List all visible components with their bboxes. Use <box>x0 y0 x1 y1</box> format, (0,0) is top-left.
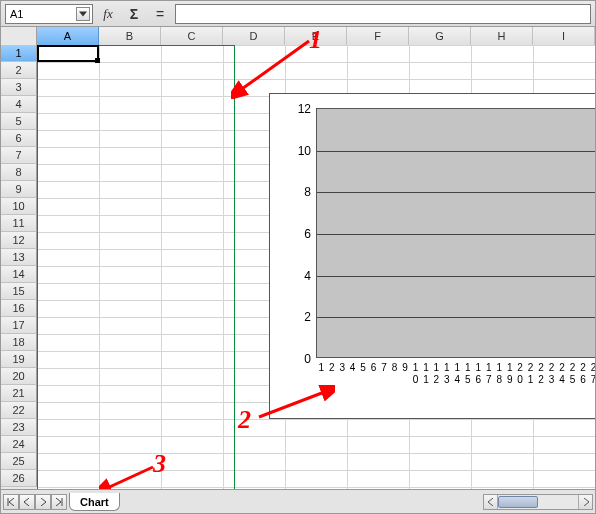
x-tick-label: 9 <box>504 374 514 385</box>
equals-icon[interactable]: = <box>149 4 171 24</box>
sum-icon[interactable]: Σ <box>123 4 145 24</box>
cells-area[interactable]: 024681012 123456789111111111122222222223… <box>37 45 595 489</box>
row-header[interactable]: 4 <box>1 96 37 113</box>
x-tick-label: 7 <box>379 362 389 373</box>
x-tick-label: 1 <box>525 374 535 385</box>
x-tick-label: 7 <box>588 374 595 385</box>
column-header[interactable]: F <box>347 27 409 45</box>
last-sheet-button[interactable] <box>51 494 67 510</box>
x-tick-label: 1 <box>410 362 420 373</box>
x-tick-label: 5 <box>463 374 473 385</box>
next-sheet-button[interactable] <box>35 494 51 510</box>
x-tick-label: 1 <box>494 362 504 373</box>
fill-handle[interactable] <box>95 58 100 63</box>
x-tick-label: 1 <box>421 374 431 385</box>
row-header[interactable]: 12 <box>1 232 37 249</box>
row-header[interactable]: 20 <box>1 368 37 385</box>
row-header[interactable]: 3 <box>1 79 37 96</box>
row-header[interactable]: 7 <box>1 147 37 164</box>
row-header[interactable]: 6 <box>1 130 37 147</box>
x-tick-label <box>368 374 378 385</box>
row-header[interactable]: 15 <box>1 283 37 300</box>
function-wizard-icon[interactable]: fx <box>97 4 119 24</box>
x-tick-label: 1 <box>473 362 483 373</box>
column-headers: ABCDEFGHI <box>1 27 595 45</box>
x-tick-label: 1 <box>484 362 494 373</box>
column-header[interactable]: D <box>223 27 285 45</box>
row-header[interactable]: 26 <box>1 470 37 487</box>
column-header[interactable]: C <box>161 27 223 45</box>
first-sheet-button[interactable] <box>3 494 19 510</box>
x-tick-label: 1 <box>431 362 441 373</box>
x-tick-label <box>358 374 368 385</box>
row-header[interactable]: 17 <box>1 317 37 334</box>
select-all-corner[interactable] <box>1 27 37 45</box>
x-tick-label: 8 <box>389 362 399 373</box>
x-tick-label: 4 <box>347 362 357 373</box>
scrollbar-thumb[interactable] <box>498 496 538 508</box>
y-tick-label: 12 <box>298 102 311 116</box>
x-tick-label: 1 <box>463 362 473 373</box>
row-header[interactable]: 5 <box>1 113 37 130</box>
x-tick-label <box>326 374 336 385</box>
x-tick-label: 2 <box>578 362 588 373</box>
embedded-chart[interactable]: 024681012 123456789111111111122222222223… <box>269 93 595 419</box>
name-box-dropdown[interactable] <box>76 7 90 21</box>
y-tick-label: 8 <box>304 185 311 199</box>
x-tick-label: 2 <box>431 374 441 385</box>
row-header[interactable]: 24 <box>1 436 37 453</box>
column-header[interactable]: A <box>37 27 99 45</box>
x-tick-label: 2 <box>588 362 595 373</box>
row-header[interactable]: 23 <box>1 419 37 436</box>
x-tick-label: 1 <box>442 362 452 373</box>
scroll-left-button[interactable] <box>484 495 498 509</box>
y-tick-label: 2 <box>304 310 311 324</box>
horizontal-scrollbar[interactable] <box>483 494 593 510</box>
row-header[interactable]: 14 <box>1 266 37 283</box>
name-box[interactable]: A1 <box>5 4 93 24</box>
column-header[interactable]: H <box>471 27 533 45</box>
row-header[interactable]: 9 <box>1 181 37 198</box>
row-header[interactable]: 13 <box>1 249 37 266</box>
x-tick-label: 1 <box>452 362 462 373</box>
chart-source-range-outline <box>37 45 235 489</box>
x-tick-label: 6 <box>368 362 378 373</box>
x-tick-label <box>400 374 410 385</box>
row-header[interactable]: 19 <box>1 351 37 368</box>
column-header[interactable]: I <box>533 27 595 45</box>
row-header[interactable]: 22 <box>1 402 37 419</box>
sheet-tab-bar: Chart <box>1 489 595 513</box>
row-header[interactable]: 1 <box>1 45 37 62</box>
x-tick-label <box>389 374 399 385</box>
row-header[interactable]: 18 <box>1 334 37 351</box>
x-tick-label: 1 <box>421 362 431 373</box>
x-tick-label: 0 <box>410 374 420 385</box>
row-header[interactable]: 2 <box>1 62 37 79</box>
y-tick-label: 4 <box>304 269 311 283</box>
x-tick-label: 1 <box>316 362 326 373</box>
row-header[interactable]: 25 <box>1 453 37 470</box>
y-tick-label: 6 <box>304 227 311 241</box>
x-tick-label: 2 <box>536 362 546 373</box>
column-header[interactable]: G <box>409 27 471 45</box>
x-ticks-row2: 012345678901234567890 <box>316 374 595 385</box>
x-tick-label: 3 <box>337 362 347 373</box>
formula-input[interactable] <box>175 4 591 24</box>
formula-bar: A1 fx Σ = <box>1 1 595 27</box>
x-tick-label: 1 <box>504 362 514 373</box>
row-header[interactable]: 8 <box>1 164 37 181</box>
sheet-tab-chart[interactable]: Chart <box>69 493 120 511</box>
scroll-right-button[interactable] <box>578 495 592 509</box>
x-tick-label: 9 <box>400 362 410 373</box>
row-header[interactable]: 16 <box>1 300 37 317</box>
column-header[interactable]: B <box>99 27 161 45</box>
row-header[interactable]: 21 <box>1 385 37 402</box>
x-tick-label: 2 <box>567 362 577 373</box>
row-headers: 1234567891011121314151617181920212223242… <box>1 45 37 489</box>
x-tick-label <box>379 374 389 385</box>
column-header[interactable]: E <box>285 27 347 45</box>
prev-sheet-button[interactable] <box>19 494 35 510</box>
x-tick-label: 8 <box>494 374 504 385</box>
row-header[interactable]: 10 <box>1 198 37 215</box>
row-header[interactable]: 11 <box>1 215 37 232</box>
